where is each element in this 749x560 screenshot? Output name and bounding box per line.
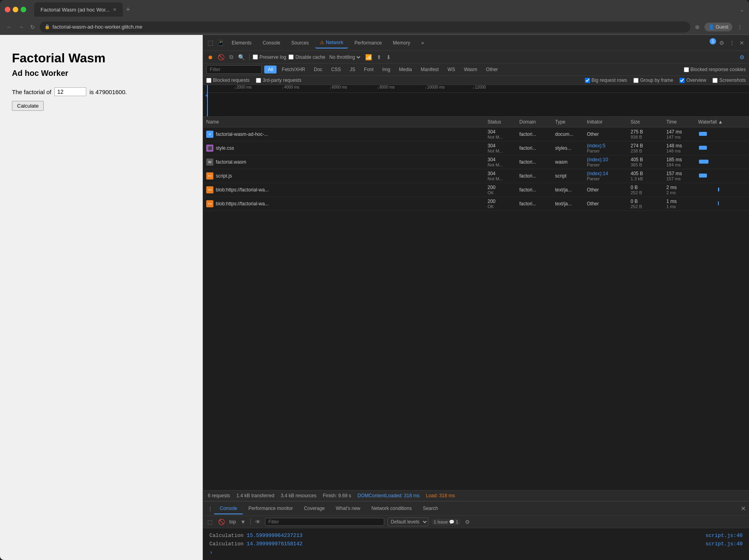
blocked-requests-check[interactable]: Blocked requests (206, 77, 250, 83)
browser-tab[interactable]: Factorial Wasm (ad hoc Wor... ✕ (34, 2, 123, 17)
filter-ws[interactable]: WS (444, 66, 459, 73)
tab-performance[interactable]: Performance (350, 38, 387, 48)
tab-expand-button[interactable]: ⌄ (740, 7, 744, 13)
table-row[interactable]: <> blob:https://factorial-wa... 200 OK f… (203, 197, 749, 211)
download-icon[interactable]: ⬇ (385, 53, 392, 62)
third-party-check[interactable]: 3rd-party requests (256, 77, 301, 83)
tab-network[interactable]: ⚠Network (315, 37, 348, 48)
console-prompt-icon[interactable]: › (209, 549, 213, 556)
col-size[interactable]: Size (631, 119, 666, 125)
col-type[interactable]: Type (555, 119, 587, 125)
upload-icon[interactable]: ⬆ (375, 53, 383, 62)
screenshots-check[interactable]: Screenshots (712, 77, 746, 83)
console-eye-icon[interactable]: 👁 (254, 518, 262, 526)
blocked-cookies-checkbox[interactable]: Blocked response cookies (684, 67, 746, 72)
filter-css[interactable]: CSS (327, 66, 345, 73)
back-button[interactable]: ← (5, 22, 14, 32)
filter-all[interactable]: All (264, 66, 277, 73)
filter-other[interactable]: Other (482, 66, 501, 73)
more-options-icon[interactable]: ⋮ (728, 38, 736, 48)
disable-cache-checkbox[interactable]: Disable cache (288, 54, 325, 60)
table-row[interactable]: <> script.js 304 Not M... factori... scr… (203, 169, 749, 183)
console-context-dropdown[interactable]: ▼ (239, 518, 247, 526)
filter-manifest[interactable]: Manifest (417, 66, 442, 73)
network-status-bar: 6 requests 1.4 kB transferred 3.4 kB res… (203, 490, 749, 501)
filter-media[interactable]: Media (395, 66, 416, 73)
minimize-button[interactable] (13, 7, 18, 12)
devtools-inspect-icon[interactable]: ⬚ (206, 38, 215, 48)
console-close-button[interactable]: ✕ (741, 505, 746, 512)
console-filter-input[interactable] (265, 518, 384, 526)
console-menu-icon[interactable]: ⋮ (206, 504, 214, 513)
tab-memory[interactable]: Memory (388, 38, 415, 48)
address-bar: ← → ↻ 🔒 factorial-wasm-ad-hoc-worker.gli… (0, 19, 749, 35)
menu-button[interactable]: ⋮ (735, 22, 744, 32)
console-clear-icon[interactable]: 🚫 (217, 518, 226, 526)
close-button[interactable] (5, 7, 10, 12)
con-tab-whatsnew[interactable]: What's new (330, 503, 366, 514)
tab-console[interactable]: Console (258, 38, 285, 48)
preserve-log-checkbox[interactable]: Preserve log (253, 54, 286, 60)
filter-img[interactable]: Img (379, 66, 394, 73)
table-row[interactable]: W factorial.wasm 304 Not M... factori...… (203, 155, 749, 169)
devtools-device-icon[interactable]: 📱 (216, 39, 225, 47)
console-sidebar-icon[interactable]: ⬚ (206, 518, 214, 526)
filter-js[interactable]: JS (346, 66, 359, 73)
filter-bar: All Fetch/XHR Doc CSS JS Font Img Media … (203, 64, 749, 76)
wasm-icon: W (206, 158, 213, 166)
con-tab-network-conditions[interactable]: Network conditions (366, 503, 417, 514)
console-levels-select[interactable]: Default levels (387, 518, 428, 526)
search-icon[interactable]: 🔍 (237, 53, 246, 62)
guest-button[interactable]: 👤 Guest (704, 23, 732, 31)
filter-font[interactable]: Font (360, 66, 377, 73)
table-row[interactable]: <> blob:https://factorial-wa... 200 OK f… (203, 183, 749, 197)
tab-sources[interactable]: Sources (286, 38, 314, 48)
factorial-input[interactable] (54, 87, 86, 96)
reload-button[interactable]: ↻ (29, 22, 37, 32)
load-time: Load: 318 ms (426, 493, 455, 498)
filter-fetch-xhr[interactable]: Fetch/XHR (278, 66, 309, 73)
col-domain[interactable]: Domain (519, 119, 555, 125)
close-devtools-icon[interactable]: ✕ (738, 38, 746, 48)
tab-more[interactable]: » (416, 38, 429, 48)
console-settings-icon[interactable]: ⚙ (464, 518, 471, 526)
page-subtitle: Ad hoc Worker (12, 69, 191, 78)
throttling-select[interactable]: No throttling (328, 54, 362, 60)
row-size-1: 275 B 938 B (631, 129, 666, 139)
group-by-frame-check[interactable]: Group by frame (633, 77, 673, 83)
timeline-mark-4000: 4000 ms (283, 85, 299, 89)
clear-button[interactable]: 🚫 (217, 53, 226, 62)
settings-network-icon[interactable]: ⚙ (738, 53, 746, 62)
big-rows-check[interactable]: Big request rows (585, 77, 627, 83)
maximize-button[interactable] (21, 7, 26, 12)
calculate-button[interactable]: Calculate (12, 101, 44, 111)
tab-close-icon[interactable]: ✕ (113, 7, 116, 12)
col-time[interactable]: Time (666, 119, 698, 125)
filter-input[interactable] (206, 65, 262, 74)
con-tab-search[interactable]: Search (417, 503, 443, 514)
table-row[interactable]: ≡ factorial-wasm-ad-hoc-... 304 Not M...… (203, 127, 749, 141)
timeline-cursor[interactable] (207, 85, 208, 116)
record-button[interactable]: ⏺ (206, 53, 214, 62)
filter-doc[interactable]: Doc (310, 66, 326, 73)
col-waterfall[interactable]: Waterfall ▲ (698, 119, 746, 125)
new-tab-button[interactable]: + (123, 4, 134, 15)
forward-button[interactable]: → (17, 22, 25, 32)
table-row[interactable]: ⬛ style.css 304 Not M... factori... styl… (203, 141, 749, 155)
wifi-icon[interactable]: 📶 (364, 53, 373, 62)
url-bar[interactable]: 🔒 factorial-wasm-ad-hoc-worker.glitch.me (40, 21, 690, 33)
con-tab-coverage[interactable]: Coverage (298, 503, 330, 514)
col-status[interactable]: Status (488, 119, 519, 125)
col-name[interactable]: Name (206, 119, 488, 125)
zoom-button[interactable]: ⊕ (693, 22, 701, 32)
row-type-6: text/ja... (555, 201, 587, 207)
con-tab-performance[interactable]: Performance monitor (243, 503, 298, 514)
overview-check[interactable]: Overview (679, 77, 706, 83)
settings-icon[interactable]: ⚙ (718, 38, 726, 48)
row-time-2: 148 ms 148 ms (666, 143, 698, 153)
con-tab-console[interactable]: Console (214, 503, 243, 514)
col-initiator[interactable]: Initiator (587, 119, 631, 125)
filter-icon[interactable]: ⧉ (228, 52, 234, 62)
filter-wasm[interactable]: Wasm (461, 66, 481, 73)
tab-elements[interactable]: Elements (227, 38, 256, 48)
